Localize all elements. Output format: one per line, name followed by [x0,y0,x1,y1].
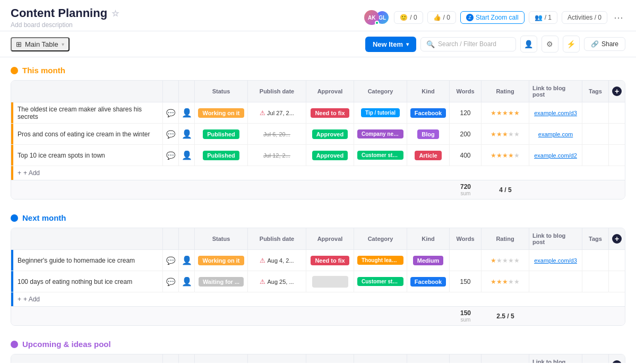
person-cell[interactable]: 👤 [179,250,195,271]
publish-date-cell[interactable]: ⚠ Jul 27, 2... [248,102,306,123]
kind-cell[interactable]: Facebook [407,271,450,292]
settings-button[interactable]: ⚙ [542,36,558,53]
link-cell[interactable] [529,271,582,292]
col-header-add[interactable]: + [609,228,625,249]
share-button[interactable]: 🔗 Share [584,37,625,51]
status-badge[interactable]: Working on it [198,108,244,118]
words-cell[interactable] [450,250,482,271]
comment-cell[interactable]: 💬 [163,271,179,292]
category-cell[interactable]: Tip / tutorial [354,102,407,123]
kind-badge[interactable]: Facebook [410,108,446,118]
words-cell[interactable]: 120 [450,102,482,123]
status-badge[interactable]: Published [203,151,239,160]
status-cell[interactable]: Published [195,124,248,144]
add-column-icon[interactable]: + [612,360,622,363]
tags-cell[interactable] [582,145,609,166]
approval-cell[interactable] [306,271,354,292]
approval-cell[interactable]: Approved [306,124,354,144]
status-cell[interactable]: Waiting for ... [195,271,248,292]
approval-badge[interactable]: Approved [312,129,348,139]
group-title-next-month[interactable]: Next month [22,213,66,222]
kind-cell[interactable]: Medium [407,250,450,271]
rating-cell[interactable]: ★★★★★ [482,271,529,292]
add-column-icon[interactable]: + [612,234,622,244]
more-options-button[interactable]: ⋯ [612,10,625,25]
avatar-group[interactable]: AK GL [364,10,390,25]
words-cell[interactable]: 150 [450,271,482,292]
add-row-button[interactable]: + + Add [11,166,625,180]
publish-date-cell[interactable]: Jul 6, 20... [248,124,306,144]
add-row-button[interactable]: + + Add [11,292,625,306]
kind-badge[interactable]: Medium [413,256,444,265]
new-item-button[interactable]: New Item ▾ [365,37,416,52]
publish-date-cell[interactable]: ⚠ Aug 4, 2... [248,250,306,271]
comment-cell[interactable]: 💬 [163,250,179,271]
group-title-this-month[interactable]: This month [22,66,65,75]
link-cell[interactable]: example.com/d3 [529,102,582,123]
approval-badge[interactable]: Approved [312,151,348,160]
rating-cell[interactable]: ★★★★★ [482,102,529,123]
kind-cell[interactable]: Blog [407,124,450,144]
category-badge[interactable]: Customer story [357,151,403,160]
person-cell[interactable]: 👤 [179,102,195,123]
people-button[interactable]: 👥 / 1 [529,11,557,24]
avatar[interactable]: AK [364,10,379,25]
tags-cell[interactable] [582,124,609,144]
kind-cell[interactable]: Facebook [407,102,450,123]
reactions-button[interactable]: 🙂 / 0 [394,11,423,24]
col-header-add[interactable]: + [609,354,625,363]
publish-date-cell[interactable]: Jul 12, 2... [248,145,306,166]
search-bar[interactable]: 🔍 Search / Filter Board [420,37,516,51]
link-cell[interactable]: example.com/d3 [529,250,582,271]
kind-cell[interactable]: Article [407,145,450,166]
kind-badge[interactable]: Article [415,151,441,160]
status-cell[interactable]: Published [195,145,248,166]
star-icon[interactable]: ☆ [111,8,119,19]
words-cell[interactable]: 400 [450,145,482,166]
approval-cell[interactable]: Need to fix [306,250,354,271]
comment-cell[interactable]: 💬 [163,102,179,123]
category-cell[interactable]: Customer story [354,145,407,166]
row-title[interactable]: The oldest ice cream maker alive shares … [11,102,163,123]
status-badge[interactable]: Waiting for ... [199,277,244,287]
link-cell[interactable]: example.com [529,124,582,144]
words-cell[interactable]: 200 [450,124,482,144]
approval-cell[interactable]: Need to fix [306,102,354,123]
person-cell[interactable]: 👤 [179,271,195,292]
publish-date-cell[interactable]: ⚠ Aug 25, ... [248,271,306,292]
row-title[interactable]: 100 days of eating nothing but ice cream [11,271,163,292]
comment-cell[interactable]: 💬 [163,145,179,166]
status-badge[interactable]: Published [203,129,239,139]
kind-badge[interactable]: Blog [417,129,439,139]
col-header-add[interactable]: + [609,81,625,102]
category-badge[interactable]: Tip / tutorial [361,108,400,117]
approval-badge[interactable]: Need to fix [311,108,349,118]
category-badge[interactable]: Thought leader... [357,256,403,265]
row-title[interactable]: Top 10 ice cream spots in town [11,145,163,166]
kind-badge[interactable]: Facebook [410,277,446,287]
approval-badge[interactable]: Need to fix [311,256,349,265]
status-badge[interactable]: Working on it [198,256,244,265]
rating-cell[interactable]: ★★★★★ [482,124,529,144]
tags-cell[interactable] [582,271,609,292]
main-table-button[interactable]: ⊞ Main Table ▾ [11,37,70,51]
person-cell[interactable]: 👤 [179,124,195,144]
category-cell[interactable]: Thought leader... [354,250,407,271]
link-cell[interactable]: example.com/d2 [529,145,582,166]
group-title-upcoming-ideas[interactable]: Upcoming & ideas pool [22,340,111,349]
category-cell[interactable]: Company news [354,124,407,144]
filter-button[interactable]: ⚡ [563,36,580,53]
board-description[interactable]: Add board description [11,21,119,29]
person-cell[interactable]: 👤 [179,145,195,166]
row-title[interactable]: Pros and cons of eating ice cream in the… [11,124,163,144]
approval-cell[interactable]: Approved [306,145,354,166]
category-cell[interactable]: Customer story [354,271,407,292]
rating-cell[interactable]: ★★★★★ [482,145,529,166]
tags-cell[interactable] [582,102,609,123]
zoom-call-button[interactable]: Z Start Zoom call [460,11,525,24]
person-filter-button[interactable]: 👤 [520,36,537,53]
likes-button[interactable]: 👍 / 0 [427,11,456,24]
rating-cell[interactable]: ★★★★★ [482,250,529,271]
status-cell[interactable]: Working on it [195,250,248,271]
row-title[interactable]: Beginner's guide to homemade ice cream [11,250,163,271]
